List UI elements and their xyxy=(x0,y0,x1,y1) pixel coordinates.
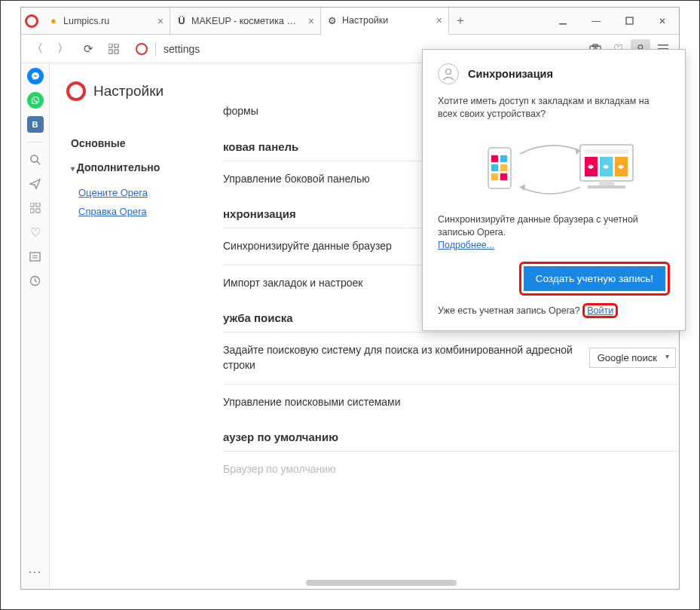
svg-point-9 xyxy=(638,44,643,49)
tab-makeup[interactable]: Ü MAKEUP - косметика и па × xyxy=(170,8,321,34)
svg-rect-28 xyxy=(500,164,507,171)
svg-point-13 xyxy=(31,155,38,162)
sidebar-more-icon[interactable]: ⋯ xyxy=(28,563,43,580)
svg-rect-4 xyxy=(109,50,112,54)
settings-title-row: Настройки xyxy=(66,81,211,101)
sync-popup: Синхронизация Хотите иметь доступ к закл… xyxy=(422,49,686,331)
svg-rect-1 xyxy=(626,17,633,24)
create-account-button[interactable]: Создать учетную запись! xyxy=(524,266,665,291)
svg-rect-3 xyxy=(115,44,118,48)
vk-icon[interactable]: B xyxy=(27,116,44,133)
popup-description: Синхронизируйте данные браузера с учетно… xyxy=(438,213,670,252)
whatsapp-icon[interactable] xyxy=(27,92,44,109)
messenger-icon[interactable] xyxy=(27,68,44,84)
settings-row[interactable]: Задайте поисковую систему для поиска из … xyxy=(223,332,679,383)
svg-rect-30 xyxy=(500,173,507,180)
tab-strip: ● Lumpics.ru × Ü MAKEUP - косметика и па… xyxy=(21,8,679,35)
svg-rect-26 xyxy=(500,155,507,162)
sidebar: B ♡ ⋯ xyxy=(21,63,50,589)
speed-dial-button[interactable] xyxy=(104,39,124,59)
search-icon[interactable] xyxy=(27,152,44,168)
sync-illustration xyxy=(438,133,670,204)
nav-advanced[interactable]: Дополнительно xyxy=(66,155,211,179)
close-tab-icon[interactable]: × xyxy=(436,14,442,26)
avatar-icon xyxy=(438,63,459,84)
back-button[interactable]: 〈 xyxy=(27,39,47,59)
rate-opera-link[interactable]: Оцените Opera xyxy=(78,187,211,198)
tab-label: Lumpics.ru xyxy=(63,16,150,26)
news-icon[interactable] xyxy=(27,248,44,265)
highlight-frame: Создать учетную запись! xyxy=(519,262,670,296)
reload-button[interactable]: ⟳ xyxy=(78,39,98,59)
nav-basic[interactable]: Основные xyxy=(66,131,211,155)
opera-menu-button[interactable] xyxy=(21,8,42,34)
settings-row[interactable]: Управление поисковыми системами xyxy=(223,384,679,421)
url-text: settings xyxy=(164,43,200,55)
svg-rect-25 xyxy=(491,155,498,162)
svg-marker-32 xyxy=(520,184,525,191)
separator xyxy=(155,42,156,56)
close-tab-icon[interactable]: × xyxy=(157,15,164,27)
svg-rect-16 xyxy=(36,203,40,207)
svg-line-14 xyxy=(37,161,40,164)
tab-settings[interactable]: ⚙ Настройки × xyxy=(321,8,449,35)
login-link[interactable]: Войти xyxy=(587,305,613,316)
tab-lumpics[interactable]: ● Lumpics.ru × xyxy=(42,8,170,34)
history-icon[interactable] xyxy=(27,272,44,289)
opera-icon xyxy=(66,81,86,101)
svg-rect-17 xyxy=(30,209,34,213)
opera-icon xyxy=(25,14,38,28)
grid-icon[interactable] xyxy=(27,200,44,216)
svg-rect-18 xyxy=(36,209,40,213)
svg-rect-38 xyxy=(599,181,614,185)
svg-rect-0 xyxy=(559,23,567,25)
minimize-alt-button[interactable]: — xyxy=(579,8,613,34)
popup-question: Хотите иметь доступ к закладкам и вкладк… xyxy=(438,95,670,121)
svg-rect-2 xyxy=(109,44,112,48)
settings-nav: Настройки Основные Дополнительно Оцените… xyxy=(50,63,223,589)
svg-rect-19 xyxy=(30,253,40,261)
help-opera-link[interactable]: Справка Opera xyxy=(78,206,211,217)
forward-button[interactable]: 〉 xyxy=(53,39,72,59)
svg-rect-5 xyxy=(115,50,118,54)
svg-rect-39 xyxy=(588,185,625,189)
popup-header: Синхронизация xyxy=(438,63,670,84)
close-window-button[interactable]: ✕ xyxy=(646,8,679,34)
window-controls: — ✕ xyxy=(546,8,679,34)
svg-point-23 xyxy=(446,69,451,75)
favicon-lumpics-icon: ● xyxy=(48,16,59,26)
favicon-makeup-icon: Ü xyxy=(176,16,187,26)
tab-label: MAKEUP - косметика и па xyxy=(191,16,301,26)
learn-more-link[interactable]: Подробнее... xyxy=(438,240,494,250)
close-tab-icon[interactable]: × xyxy=(308,15,314,27)
scrollbar-thumb[interactable] xyxy=(306,580,457,586)
popup-title: Синхронизация xyxy=(468,68,553,80)
maximize-button[interactable] xyxy=(613,8,646,34)
svg-marker-31 xyxy=(575,148,580,155)
opera-icon xyxy=(136,43,148,55)
heart-icon[interactable]: ♡ xyxy=(27,224,44,241)
highlight-frame: Войти xyxy=(582,303,618,318)
new-tab-button[interactable]: ＋ xyxy=(449,8,472,34)
minimize-button[interactable] xyxy=(546,8,579,34)
send-icon[interactable] xyxy=(27,176,44,192)
settings-row[interactable]: Браузер по умолчанию xyxy=(223,451,679,488)
svg-rect-34 xyxy=(585,149,628,154)
section-header-default-browser: аузер по умолчанию xyxy=(223,420,679,451)
gear-icon: ⚙ xyxy=(327,15,338,26)
svg-rect-29 xyxy=(491,173,498,180)
svg-rect-27 xyxy=(491,164,498,171)
horizontal-scrollbar[interactable] xyxy=(231,578,668,587)
page-title: Настройки xyxy=(93,83,164,100)
already-have-account: Уже есть учетная запись Opera? Войти xyxy=(438,303,670,318)
search-engine-select[interactable]: Google поиск xyxy=(589,348,676,368)
tab-label: Настройки xyxy=(342,15,429,26)
svg-rect-15 xyxy=(30,203,34,207)
svg-rect-10 xyxy=(658,44,668,46)
